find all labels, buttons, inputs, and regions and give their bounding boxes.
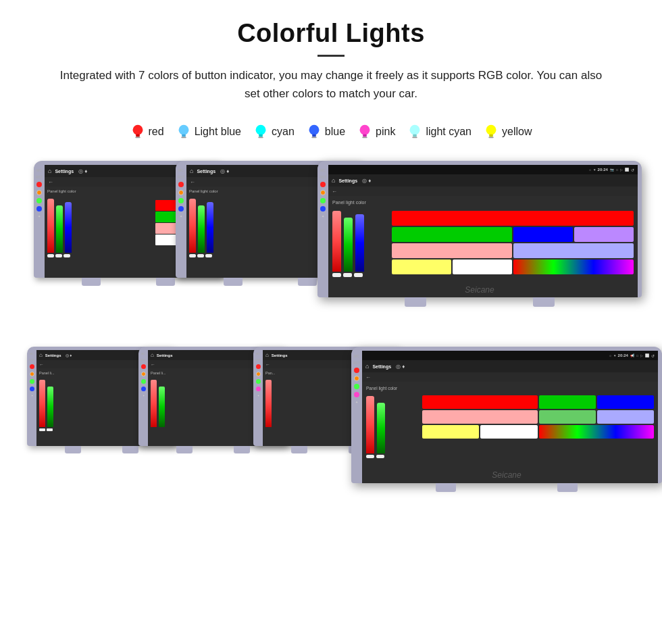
svg-rect-19 [489,134,493,137]
pink-label: pink [376,126,395,138]
color-item-blue: blue [307,123,345,141]
title-divider [317,55,345,57]
svg-rect-10 [312,134,316,137]
light-blue-bulb-icon [176,123,191,141]
device-top-3: MC RST ✦ ☼ ♥ 20:24 [317,161,642,307]
header-description: Integrated with 7 colors of button indic… [54,66,608,103]
screen1-settings: Settings [55,169,74,174]
color-item-light-cyan: light cyan [407,123,472,141]
svg-point-15 [410,125,420,135]
svg-rect-13 [363,134,367,137]
svg-rect-8 [258,137,263,139]
red-label: red [149,126,164,138]
red-bulb-icon [130,123,145,141]
color-item-cyan: cyan [253,123,295,141]
header-section: Colorful Lights Integrated with 7 colors… [0,0,662,114]
svg-rect-17 [413,137,417,139]
svg-rect-16 [413,134,417,137]
color-item-yellow: yellow [484,123,532,141]
svg-point-9 [309,125,319,135]
bottom-screen-row: MC RST ✦ ⌂ Settings ◎ ♦ ← [14,347,648,516]
screens-section: MC RST ✦ ⌂ Settings ◎ ♦ [0,154,662,529]
light-blue-label: Light blue [195,126,241,138]
screen1-panel-label: Panel light color [47,189,152,193]
top-screen-row: MC RST ✦ ⌂ Settings ◎ ♦ [14,161,648,337]
svg-rect-11 [311,137,316,139]
cyan-label: cyan [272,126,295,138]
svg-rect-4 [182,134,186,137]
yellow-label: yellow [502,126,532,138]
svg-rect-14 [362,137,367,139]
color-item-red: red [130,123,164,141]
svg-rect-5 [181,137,186,139]
cyan-bulb-icon [253,123,268,141]
svg-point-6 [256,125,266,135]
device-bottom-4: MC RST ✦ ☼ ♥ 20:24 📢 [351,347,662,492]
watermark-bottom: Seicane [492,470,521,480]
svg-rect-1 [136,134,140,137]
blue-bulb-icon [307,123,322,141]
color-indicators-row: red Light blue cyan blue pink [0,114,662,154]
watermark-top: Seicane [465,285,494,295]
light-cyan-label: light cyan [426,126,472,138]
svg-point-0 [132,125,143,135]
svg-rect-20 [488,137,493,139]
pink-bulb-icon [357,123,372,141]
yellow-bulb-icon [484,123,499,141]
color-item-light-blue: Light blue [176,123,241,141]
svg-point-12 [360,125,370,135]
svg-point-18 [486,125,496,135]
page-title: Colorful Lights [27,19,635,48]
svg-rect-2 [135,137,140,139]
blue-label: blue [325,126,345,138]
svg-rect-7 [259,134,263,137]
light-cyan-bulb-icon [407,123,422,141]
svg-point-3 [178,125,188,135]
color-item-pink: pink [357,123,395,141]
